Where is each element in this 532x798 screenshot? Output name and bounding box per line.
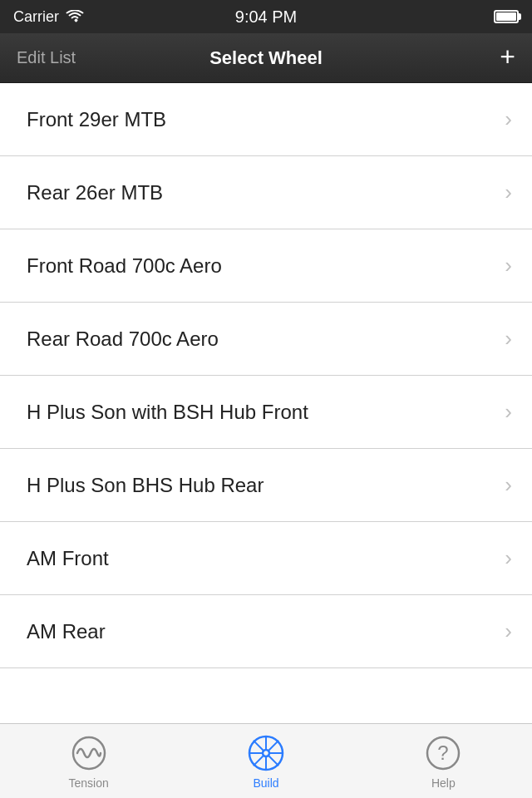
list-item[interactable]: Rear Road 700c Aero› bbox=[0, 303, 532, 376]
tab-build[interactable]: Build bbox=[178, 733, 353, 790]
list-item-label: AM Rear bbox=[27, 620, 106, 643]
tension-tab-label: Tension bbox=[69, 776, 109, 790]
tab-help[interactable]: ? Help bbox=[356, 733, 531, 790]
wifi-icon bbox=[66, 10, 84, 23]
help-tab-label: Help bbox=[431, 776, 456, 790]
svg-line-8 bbox=[268, 755, 278, 765]
list-item-label: H Plus Son BHS Hub Rear bbox=[27, 474, 264, 497]
list-item-label: Rear 26er MTB bbox=[27, 181, 163, 204]
carrier-label: Carrier bbox=[13, 8, 59, 26]
list-item[interactable]: Rear 26er MTB› bbox=[0, 156, 532, 229]
list-item[interactable]: Front Road 700c Aero› bbox=[0, 229, 532, 303]
chevron-right-icon: › bbox=[505, 545, 512, 571]
chevron-right-icon: › bbox=[505, 618, 512, 644]
battery-icon bbox=[494, 10, 519, 23]
add-button[interactable]: + bbox=[500, 43, 515, 70]
chevron-right-icon: › bbox=[505, 472, 512, 498]
status-bar: Carrier 9:04 PM bbox=[0, 0, 532, 33]
chevron-right-icon: › bbox=[505, 106, 512, 132]
list-item-label: H Plus Son with BSH Hub Front bbox=[27, 401, 308, 424]
svg-line-9 bbox=[268, 741, 278, 751]
svg-line-10 bbox=[254, 755, 264, 765]
list-item-label: AM Front bbox=[27, 547, 109, 570]
svg-line-7 bbox=[254, 741, 264, 751]
tab-bar: Tension Build bbox=[0, 723, 532, 798]
chevron-right-icon: › bbox=[505, 253, 512, 278]
wheel-list: Front 29er MTB›Rear 26er MTB›Front Road … bbox=[0, 83, 532, 723]
build-tab-label: Build bbox=[253, 776, 278, 790]
list-item[interactable]: AM Rear› bbox=[0, 595, 532, 668]
list-item[interactable]: H Plus Son with BSH Hub Front› bbox=[0, 376, 532, 449]
svg-text:?: ? bbox=[438, 741, 449, 764]
list-item-label: Front Road 700c Aero bbox=[27, 254, 222, 278]
edit-list-button[interactable]: Edit List bbox=[17, 48, 76, 67]
status-time: 9:04 PM bbox=[235, 7, 297, 27]
list-item-label: Rear Road 700c Aero bbox=[27, 328, 219, 351]
chevron-right-icon: › bbox=[505, 180, 512, 205]
status-left: Carrier bbox=[13, 8, 84, 26]
help-icon: ? bbox=[423, 733, 463, 773]
tab-tension[interactable]: Tension bbox=[1, 733, 176, 790]
build-icon bbox=[246, 733, 286, 773]
page-title: Select Wheel bbox=[209, 47, 323, 69]
tension-icon bbox=[69, 733, 109, 773]
list-item-label: Front 29er MTB bbox=[27, 108, 166, 131]
nav-bar: Edit List Select Wheel + bbox=[0, 33, 532, 83]
chevron-right-icon: › bbox=[505, 399, 512, 425]
list-item[interactable]: Front 29er MTB› bbox=[0, 83, 532, 156]
list-item[interactable]: AM Front› bbox=[0, 522, 532, 595]
chevron-right-icon: › bbox=[505, 326, 512, 352]
list-item[interactable]: H Plus Son BHS Hub Rear› bbox=[0, 449, 532, 522]
